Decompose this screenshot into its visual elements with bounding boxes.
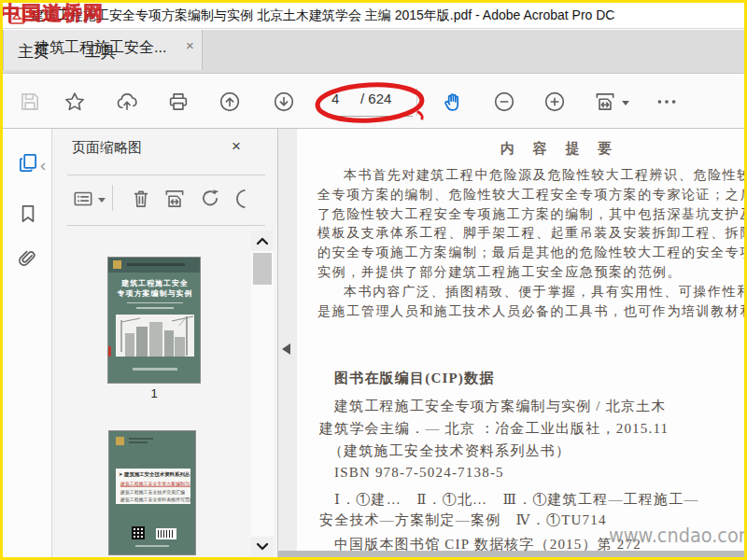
- back-cover-bottom-bar: [135, 545, 169, 547]
- page-thumbnails-panel: 页面缩略图 ×: [52, 129, 278, 560]
- save-icon[interactable]: [18, 90, 42, 114]
- series-book-1: 建筑工程施工安全专项方案编制与实例: [120, 481, 190, 487]
- series-text-bar: [127, 263, 185, 266]
- thumbnail-page-2[interactable]: ➤ 建筑施工安全技术资料系列丛书 建筑工程施工安全专项方案编制与实例 建筑工程施…: [108, 430, 196, 555]
- scrollbar-down-icon[interactable]: [251, 537, 274, 557]
- paragraph-line: 是施工管理人员和施工技术人员必备的工具书，也可作为培训教材和参考书。: [317, 302, 744, 322]
- panel-options-icon[interactable]: [71, 187, 95, 211]
- more-tools-icon[interactable]: [655, 90, 679, 114]
- title-bar: 建筑工程施工安全专项方案编制与实例 北京土木建筑学会 主编 2015年版.pdf…: [3, 3, 744, 29]
- toolbar-separator: [416, 88, 417, 116]
- page-number-input[interactable]: 4: [331, 91, 339, 106]
- panel-close-icon[interactable]: ×: [232, 137, 241, 156]
- thumbnail-page-1-number: 1: [107, 386, 201, 400]
- fit-width-caret-icon[interactable]: [622, 101, 629, 105]
- paragraph-line: 实例，并提供了部分建筑工程施工安全应急预案的范例。: [317, 263, 744, 283]
- paragraph-line: 全专项方案的编制、危险性较大工程安全专项方案的专家论证；之后着重讲解: [317, 186, 744, 205]
- tab-document-label: 建筑工程施工安全...: [35, 38, 166, 58]
- cover-red-mark: [108, 346, 111, 357]
- back-cover-text-bar: [129, 438, 153, 440]
- page-heading: 内 容 提 要: [500, 140, 619, 158]
- panel-attach-chevron-icon: ‹: [40, 155, 46, 175]
- print-icon[interactable]: [166, 90, 190, 114]
- navigation-rail: ‹: [3, 129, 52, 560]
- site-watermark-top: 中国道桥网: [1, 0, 104, 26]
- cover-title-line2: 专项方案编制与实例: [108, 288, 201, 299]
- thumbnail-page-1[interactable]: 建筑工程施工安全 专项方案编制与实例: [107, 257, 201, 384]
- tab-bar: 主页 工具 建筑工程施工安全... ×: [3, 30, 744, 74]
- scrollbar-up-icon[interactable]: [251, 231, 274, 251]
- cover-byline-bar: [136, 307, 174, 309]
- cloud-upload-icon[interactable]: [115, 90, 139, 114]
- fit-width-icon[interactable]: [593, 90, 617, 114]
- cip-line: 建筑工程施工安全专项方案编制与实例 / 北京土木: [334, 398, 666, 415]
- horizontal-scrollbar[interactable]: [278, 551, 744, 557]
- zoom-in-icon[interactable]: [543, 90, 567, 114]
- zoom-out-icon[interactable]: [492, 90, 516, 114]
- next-page-icon[interactable]: [272, 90, 296, 114]
- back-cover-seal: [116, 437, 124, 445]
- paragraph-line: 模板及支承体系工程、脚手架工程、起重吊装及安装拆卸工程、拆除爆破工程: [317, 224, 744, 244]
- panel-scrollbar-thumb[interactable]: [253, 253, 272, 285]
- cover-photo: [116, 315, 194, 357]
- cover-rule: [127, 302, 183, 303]
- window-title: 建筑工程施工安全专项方案编制与实例 北京土木建筑学会 主编 2015年版.pdf…: [31, 7, 731, 24]
- star-icon[interactable]: [63, 90, 87, 114]
- bookmarks-icon[interactable]: [16, 202, 40, 226]
- back-cover-text-bar: [129, 441, 148, 443]
- cip-classification-line: Ⅰ．①建… Ⅱ．①北… Ⅲ．①建筑工程—工程施工—: [334, 491, 699, 509]
- rotate-clockwise-icon[interactable]: [235, 187, 252, 211]
- attachments-icon[interactable]: [16, 248, 40, 273]
- cip-line: （建筑施工安全技术资料系列丛书）: [329, 442, 571, 460]
- paragraph-line: 本书内容广泛、插图精致、便于掌握，具有实用性、可操作性和指导性，: [317, 283, 744, 302]
- previous-page-icon[interactable]: [218, 90, 242, 114]
- site-watermark-bottom: www.cndao.com: [609, 525, 744, 547]
- delete-pages-icon[interactable]: [129, 187, 153, 211]
- summary-paragraphs: 本书首先对建筑工程中危险源及危险性较大工程辨识、危险性较大工程安 全专项方案的编…: [317, 166, 744, 321]
- cip-heading: 图书在版编目(CIP)数据: [334, 370, 494, 387]
- barcode: [156, 528, 176, 539]
- document-area: 内 容 提 要 本书首先对建筑工程中危险源及危险性较大工程辨识、危险性较大工程安…: [278, 129, 744, 560]
- paragraph-line: 本书首先对建筑工程中危险源及危险性较大工程辨识、危险性较大工程安: [317, 166, 744, 186]
- cip-classification-line: 安全技术—方案制定—案例 Ⅳ．①TU714: [319, 511, 607, 529]
- publisher-logo-bar: [133, 368, 177, 371]
- series-list-box: ➤ 建筑施工安全技术资料系列丛书 建筑工程施工安全专项方案编制与实例 建筑工程施…: [116, 469, 190, 504]
- close-tab-icon[interactable]: ×: [186, 37, 194, 53]
- rotate-counterclockwise-icon[interactable]: [198, 187, 222, 211]
- acrobat-window: 建筑工程施工安全专项方案编制与实例 北京土木建筑学会 主编 2015年版.pdf…: [0, 0, 747, 560]
- panel-options-caret-icon[interactable]: [98, 198, 106, 203]
- panel-divider: [67, 175, 265, 175]
- main-toolbar: 4 / 624: [3, 75, 744, 129]
- series-book-3: 建筑工程施工安全资料表格填写范例: [120, 497, 190, 503]
- panel-divider: [67, 225, 265, 226]
- resize-pages-icon[interactable]: [162, 187, 187, 211]
- qr-code: [132, 526, 145, 539]
- panel-title: 页面缩略图: [72, 139, 142, 157]
- page-total-label: / 624: [360, 91, 391, 106]
- page-thumbnails-icon[interactable]: [16, 151, 40, 175]
- hand-tool-icon[interactable]: [442, 90, 466, 114]
- paragraph-line: 了危险性较大工程安全专项施工方案的编制，其中包括深基坑支护及降水工程、: [317, 205, 744, 225]
- panel-toolbar-separator: [112, 185, 113, 211]
- cover-title-line1: 建筑工程施工安全: [108, 278, 201, 288]
- page-field-underline: [327, 116, 413, 117]
- pdf-page: 内 容 提 要 本书首先对建筑工程中危险源及危险性较大工程辨识、危险性较大工程安…: [297, 129, 744, 553]
- series-header: ➤ 建筑施工安全技术资料系列丛书: [119, 471, 190, 479]
- collapse-panel-arrow[interactable]: [282, 343, 290, 355]
- isbn-line: ISBN 978-7-5024-7138-5: [334, 465, 504, 481]
- series-book-2: 建筑工程施工安全技术交底汇编: [120, 489, 185, 496]
- series-logo: [113, 260, 121, 269]
- cip-line: 建筑学会主编．— 北京 ：冶金工业出版社，2015.11: [319, 420, 669, 438]
- paragraph-line: 的安全专项施工方案编制；最后是其他的危险性较大工程的安全专项施工方案: [317, 244, 744, 263]
